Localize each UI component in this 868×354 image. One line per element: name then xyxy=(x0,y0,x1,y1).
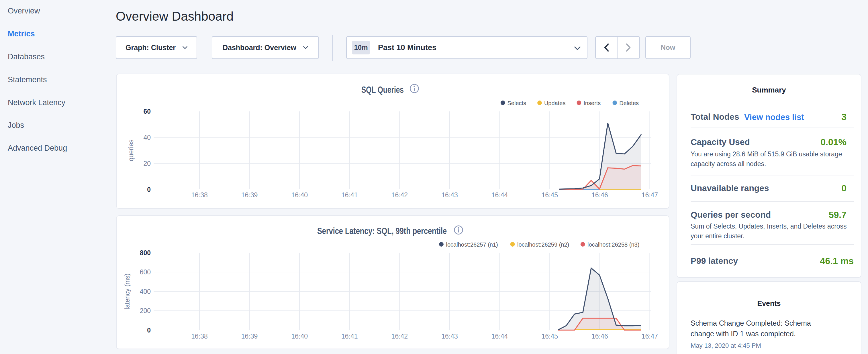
svg-text:Service Latency: SQL, 99th per: Service Latency: SQL, 99th percentile xyxy=(317,226,447,236)
svg-text:Inserts: Inserts xyxy=(584,100,601,106)
svg-text:16:40: 16:40 xyxy=(291,332,308,340)
svg-text:latency (ms): latency (ms) xyxy=(124,273,131,309)
svg-text:16:39: 16:39 xyxy=(241,191,258,199)
svg-text:40: 40 xyxy=(143,134,151,141)
svg-text:200: 200 xyxy=(140,307,151,315)
svg-text:Updates: Updates xyxy=(544,100,566,106)
svg-text:20: 20 xyxy=(143,160,151,167)
svg-text:16:46: 16:46 xyxy=(591,191,608,199)
svg-text:600: 600 xyxy=(140,268,151,276)
svg-text:800: 800 xyxy=(140,249,151,257)
svg-text:localhost:26259 (n2): localhost:26259 (n2) xyxy=(517,242,569,248)
svg-text:0: 0 xyxy=(147,326,151,334)
svg-text:Selects: Selects xyxy=(507,100,526,106)
svg-text:16:38: 16:38 xyxy=(191,191,208,199)
svg-text:16:44: 16:44 xyxy=(492,191,508,199)
svg-text:localhost:26258 (n3): localhost:26258 (n3) xyxy=(587,242,639,248)
svg-text:60: 60 xyxy=(143,108,151,115)
svg-text:queries: queries xyxy=(127,139,135,161)
svg-text:localhost:26257 (n1): localhost:26257 (n1) xyxy=(446,242,498,248)
svg-text:16:45: 16:45 xyxy=(541,191,558,199)
svg-text:16:43: 16:43 xyxy=(441,191,458,199)
svg-text:16:45: 16:45 xyxy=(541,332,558,340)
svg-text:0: 0 xyxy=(147,186,151,193)
svg-text:16:41: 16:41 xyxy=(341,332,358,340)
svg-text:16:42: 16:42 xyxy=(392,191,408,199)
svg-text:16:40: 16:40 xyxy=(291,191,308,199)
svg-text:Deletes: Deletes xyxy=(619,100,639,106)
svg-text:400: 400 xyxy=(140,288,151,295)
svg-text:16:39: 16:39 xyxy=(241,332,258,340)
svg-text:SQL Queries: SQL Queries xyxy=(361,85,404,95)
svg-text:16:44: 16:44 xyxy=(492,332,508,340)
svg-text:16:42: 16:42 xyxy=(392,332,408,340)
svg-text:16:41: 16:41 xyxy=(341,191,358,199)
svg-text:16:46: 16:46 xyxy=(591,332,608,340)
svg-text:16:43: 16:43 xyxy=(441,332,458,340)
svg-text:16:47: 16:47 xyxy=(642,332,658,340)
svg-text:16:38: 16:38 xyxy=(191,332,208,340)
svg-text:16:47: 16:47 xyxy=(642,191,658,199)
